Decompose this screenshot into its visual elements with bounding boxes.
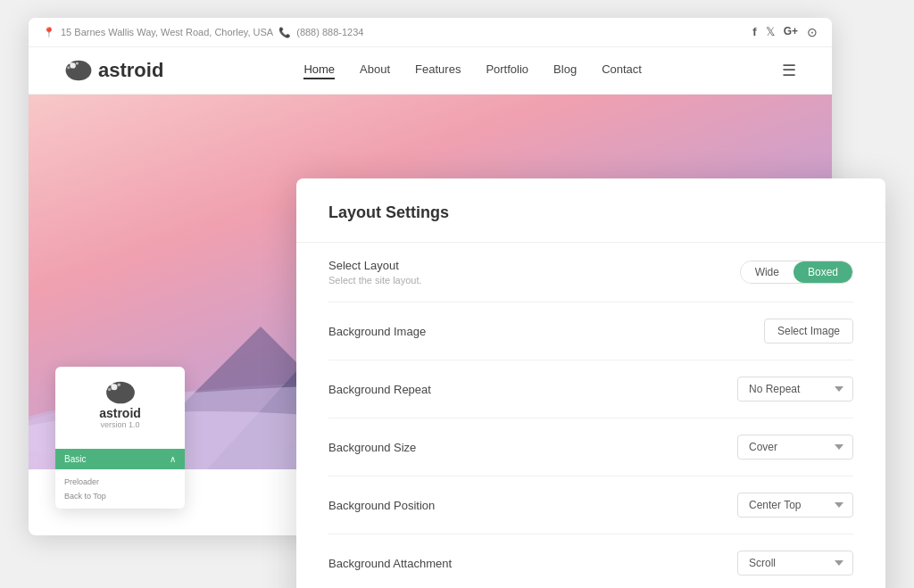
address-text: 15 Barnes Wallis Way, West Road, Chorley… [61, 27, 273, 37]
inner-card-item-backtotop[interactable]: Back to Top [64, 489, 176, 503]
select-image-button[interactable]: Select Image [764, 319, 853, 344]
social-icons: f 𝕏 G+ ⊙ [752, 25, 818, 39]
bg-repeat-select[interactable]: No Repeat Repeat Repeat X Repeat Y [737, 377, 853, 402]
settings-row-bg-repeat: Background Repeat No Repeat Repeat Repea… [328, 360, 853, 418]
settings-row-left-bgattachment: Background Attachment [328, 557, 737, 570]
boxed-button[interactable]: Boxed [794, 261, 852, 283]
inner-logo-text: astroid [99, 406, 141, 420]
nav-link-about[interactable]: About [360, 62, 390, 79]
layout-toggle-group: Wide Boxed [740, 261, 853, 284]
bg-size-right: Cover Contain Auto [737, 435, 853, 460]
top-bar-left: 📍 15 Barnes Wallis Way, West Road, Chorl… [43, 27, 363, 38]
phone-icon: 📞 [278, 27, 291, 38]
nav-bar: astroid Home About Features Portfolio Bl… [29, 47, 832, 95]
bg-position-select[interactable]: Center Top Center Center Center Bottom L… [737, 493, 853, 518]
nav-link-contact[interactable]: Contact [602, 62, 642, 79]
bg-repeat-right: No Repeat Repeat Repeat X Repeat Y [737, 377, 853, 402]
layout-toggle: Wide Boxed [740, 261, 853, 284]
inner-logo-icon [104, 379, 137, 406]
bg-attachment-select[interactable]: Scroll Fixed Local [737, 551, 853, 576]
bg-image-label: Background Image [328, 325, 764, 338]
nav-links: Home About Features Portfolio Blog Conta… [303, 62, 642, 79]
svg-point-18 [107, 387, 111, 391]
nav-link-home[interactable]: Home [303, 62, 335, 79]
layout-label: Select Layout [328, 259, 740, 272]
settings-row-left-bgposition: Background Position [328, 499, 737, 512]
logo: astroid [64, 58, 163, 83]
settings-title: Layout Settings [328, 203, 853, 222]
inner-card-item-preloader[interactable]: Preloader [64, 475, 176, 489]
inner-card-section-label: Basic [64, 454, 86, 464]
settings-row-left-bgimage: Background Image [328, 325, 764, 338]
settings-row-bg-attachment: Background Attachment Scroll Fixed Local [328, 534, 853, 588]
hamburger-menu[interactable]: ☰ [782, 61, 796, 80]
inner-card-body: astroid version 1.0 [55, 367, 185, 449]
svg-point-4 [67, 66, 70, 69]
svg-point-3 [76, 62, 79, 64]
inner-card-arrow-icon: ∧ [170, 454, 176, 464]
settings-row-bg-position: Background Position Center Top Center Ce… [328, 476, 853, 534]
browser-top-bar: 📍 15 Barnes Wallis Way, West Road, Chorl… [29, 18, 832, 47]
outer-wrapper: 📍 15 Barnes Wallis Way, West Road, Chorl… [29, 18, 885, 571]
bg-repeat-label: Background Repeat [328, 383, 737, 396]
settings-row-left-bgrepeat: Background Repeat [328, 383, 737, 396]
settings-panel: Layout Settings Select Layout Select the… [296, 178, 885, 588]
settings-row-bg-image: Background Image Select Image [328, 302, 853, 360]
nav-link-features[interactable]: Features [415, 62, 461, 79]
svg-point-2 [68, 61, 71, 64]
bg-position-right: Center Top Center Center Center Bottom L… [737, 493, 853, 518]
logo-text: astroid [98, 59, 163, 82]
settings-row-select-layout: Select Layout Select the site layout. Wi… [328, 243, 853, 302]
svg-point-17 [117, 383, 120, 386]
nav-link-portfolio[interactable]: Portfolio [486, 62, 528, 79]
bg-attachment-right: Scroll Fixed Local [737, 551, 853, 576]
location-icon: 📍 [43, 27, 55, 38]
bg-image-right: Select Image [764, 319, 853, 344]
logo-icon [64, 58, 93, 83]
phone-text: (888) 888-1234 [296, 27, 363, 37]
facebook-icon[interactable]: f [752, 25, 756, 39]
bg-size-select[interactable]: Cover Contain Auto [737, 435, 853, 460]
settings-row-left-layout: Select Layout Select the site layout. [328, 259, 740, 286]
svg-point-16 [109, 382, 112, 385]
layout-sublabel: Select the site layout. [328, 275, 740, 286]
github-icon[interactable]: ⊙ [807, 25, 818, 39]
settings-row-bg-size: Background Size Cover Contain Auto [328, 418, 853, 476]
twitter-icon[interactable]: 𝕏 [766, 25, 775, 39]
bg-size-label: Background Size [328, 441, 737, 454]
inner-logo: astroid version 1.0 [99, 379, 141, 429]
inner-version-text: version 1.0 [100, 420, 139, 429]
bg-position-label: Background Position [328, 499, 737, 512]
inner-card-footer[interactable]: Basic ∧ [55, 449, 185, 469]
settings-row-left-bgsize: Background Size [328, 441, 737, 454]
wide-button[interactable]: Wide [741, 261, 794, 283]
inner-card: astroid version 1.0 Basic ∧ Preloader Ba… [55, 367, 185, 509]
bg-attachment-label: Background Attachment [328, 557, 737, 570]
inner-card-items: Preloader Back to Top [55, 469, 185, 509]
nav-link-blog[interactable]: Blog [553, 62, 577, 79]
googleplus-icon[interactable]: G+ [784, 25, 798, 39]
